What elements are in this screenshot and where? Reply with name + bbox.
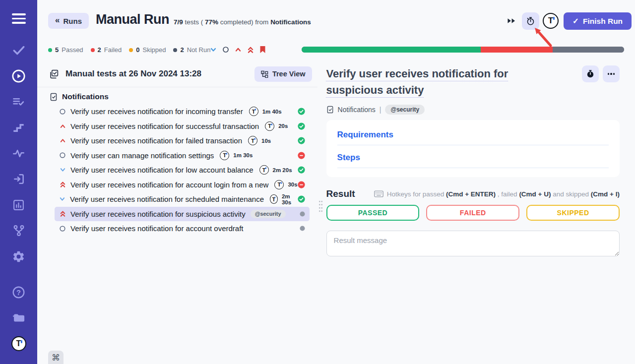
- double-chevron-up-filter-icon[interactable]: [247, 46, 254, 54]
- test-row[interactable]: Verify user receives notification for su…: [55, 119, 310, 134]
- help-icon[interactable]: ?: [0, 279, 37, 305]
- menu-icon[interactable]: [0, 0, 37, 37]
- finish-run-button[interactable]: ✓ Finish Run: [564, 12, 632, 30]
- pulse-icon[interactable]: [0, 140, 37, 166]
- automation-logo-icon: T: [249, 107, 258, 116]
- percent-completed: 77%: [205, 18, 218, 26]
- status-bar: 5 Passed 2 Failed 0 Skipped 2 Not Run: [37, 42, 635, 61]
- duration-label: 10s: [261, 138, 271, 144]
- priority-icon: [59, 152, 66, 159]
- back-to-runs-button[interactable]: « Runs: [48, 13, 89, 29]
- test-list: Verify user receives notification for in…: [37, 104, 318, 236]
- breadcrumb-suite[interactable]: Notifications: [338, 106, 376, 114]
- test-meta: T 10s: [248, 136, 271, 145]
- bookmark-filter-icon[interactable]: [259, 46, 266, 54]
- suite-row[interactable]: Notifications: [50, 92, 318, 101]
- status-counts: 5 Passed 2 Failed 0 Skipped 2 Not Run: [48, 46, 210, 54]
- passed-button[interactable]: PASSED: [326, 205, 420, 221]
- status-count-item[interactable]: 0 Skipped: [129, 46, 166, 54]
- status-dot-icon: [129, 48, 133, 52]
- account-logo[interactable]: T: [543, 13, 559, 29]
- result-heading: Result: [326, 188, 355, 199]
- test-meta: T 1m 30s: [220, 151, 253, 160]
- test-detail-panel: Verify user receives notification for su…: [318, 61, 635, 364]
- automation-logo-icon: T: [248, 136, 257, 145]
- steps-icon[interactable]: [0, 115, 37, 140]
- chevron-up-filter-icon[interactable]: [235, 46, 242, 53]
- status-count-item[interactable]: 5 Passed: [48, 46, 83, 54]
- test-row[interactable]: Verify user receives notification for in…: [55, 104, 310, 119]
- test-title: Verify user receives notification for fa…: [70, 136, 242, 145]
- tests-ratio: 7/9: [174, 18, 183, 26]
- sidebar-app-logo[interactable]: T: [0, 331, 37, 357]
- skipped-button[interactable]: SKIPPED: [526, 205, 620, 221]
- status-dot-icon: [48, 48, 52, 52]
- chevron-down-filter-icon[interactable]: [210, 46, 217, 53]
- test-row[interactable]: Verify user receives notification for ac…: [55, 178, 310, 192]
- test-row[interactable]: Verify user receives notification for su…: [55, 207, 310, 222]
- timer-button[interactable]: [522, 12, 539, 30]
- priority-icon: [59, 108, 66, 115]
- app-sidebar: ? T: [0, 0, 37, 364]
- projects-folder-icon[interactable]: [0, 305, 37, 331]
- duration-label: 30s: [288, 182, 297, 187]
- automation-logo-icon: T: [259, 165, 269, 175]
- analytics-icon[interactable]: [0, 192, 37, 218]
- topbar: « Runs Manual Run 7/9 tests ( 77% comple…: [37, 0, 635, 42]
- ellipsis-icon: [608, 73, 615, 74]
- progress-segment: [481, 47, 552, 53]
- priority-icon: [59, 196, 65, 202]
- result-message-input[interactable]: [326, 231, 620, 256]
- app-logo: T: [11, 336, 26, 351]
- failed-button[interactable]: FAILED: [426, 205, 519, 221]
- circle-filter-icon[interactable]: [222, 46, 229, 53]
- test-meta: T 20s: [265, 121, 288, 131]
- more-options-button[interactable]: [603, 65, 620, 82]
- priority-icon: [59, 210, 66, 217]
- tag-badge[interactable]: @security: [385, 105, 425, 115]
- duration-label: 20s: [278, 123, 288, 129]
- back-icon: «: [55, 15, 60, 25]
- import-icon[interactable]: [0, 166, 37, 192]
- priority-icon: [59, 181, 66, 188]
- result-buttons: PASSEDFAILEDSKIPPED: [326, 205, 620, 221]
- hotkeys-hint: Hotkeys for passed (Cmd + ENTER) , faile…: [374, 190, 620, 198]
- progress-bar: [302, 47, 624, 53]
- test-meta: T 2m 20s: [259, 165, 292, 175]
- test-row[interactable]: Verify user receives notification for ac…: [55, 221, 310, 236]
- tag-badge: @security: [251, 210, 286, 218]
- duration-label: 1m 30s: [233, 152, 253, 158]
- fast-forward-icon[interactable]: [507, 17, 516, 24]
- duration-label: 2m 20s: [273, 167, 292, 173]
- filter-icons: [210, 46, 266, 54]
- section-requirements[interactable]: Requirements: [337, 130, 609, 140]
- test-detail-title: Verify user receives notification for su…: [326, 65, 559, 98]
- tests-check-icon[interactable]: [0, 37, 37, 63]
- test-row[interactable]: Verify user receives notification for fa…: [55, 133, 310, 148]
- section-steps[interactable]: Steps: [337, 153, 609, 163]
- status-badge: [298, 181, 305, 188]
- detail-card: Requirements Steps: [326, 120, 620, 177]
- status-count-item[interactable]: 2 Failed: [91, 46, 122, 54]
- plans-list-check-icon[interactable]: [0, 89, 37, 115]
- duration-label: 2m 30s: [282, 193, 298, 205]
- timer-detail-button[interactable]: [582, 65, 599, 82]
- status-badge: [298, 137, 305, 144]
- branches-icon[interactable]: [0, 218, 37, 243]
- status-count-item[interactable]: 2 Not Run: [173, 46, 210, 54]
- test-row[interactable]: Verify user receives notification for lo…: [55, 163, 310, 178]
- test-row[interactable]: Verify user receives notification for sc…: [55, 192, 310, 207]
- test-meta: T 1m 40s: [249, 107, 282, 116]
- priority-icon: [59, 123, 66, 129]
- tree-view-button[interactable]: Tree View: [254, 66, 312, 82]
- command-palette-button[interactable]: ⌘: [48, 351, 64, 364]
- breadcrumb: Notifications | @security: [326, 105, 620, 115]
- status-badge: [298, 122, 305, 130]
- settings-gear-icon[interactable]: [0, 243, 37, 269]
- priority-icon: [59, 225, 66, 232]
- runs-play-icon[interactable]: [0, 63, 37, 89]
- status-dot-icon: [91, 48, 95, 52]
- test-meta: T 2m 30s: [270, 193, 298, 205]
- test-row[interactable]: Verify user can manage notification sett…: [55, 148, 310, 163]
- detail-actions: [582, 65, 620, 82]
